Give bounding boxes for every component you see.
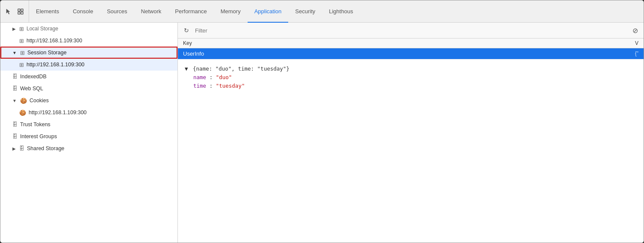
clear-filter-button[interactable]: ⊘ <box>630 25 640 36</box>
toolbar-icons <box>0 0 29 22</box>
tab-performance[interactable]: Performance <box>168 1 213 23</box>
indexeddb-label: IndexedDB <box>20 74 47 80</box>
inspect-icon[interactable] <box>16 7 25 16</box>
tab-elements[interactable]: Elements <box>29 1 66 23</box>
db-icon-shared: 🗄 <box>19 145 24 151</box>
grid-icon-session: ⊞ <box>20 50 25 56</box>
svg-rect-2 <box>18 12 20 14</box>
trust-tokens-label: Trust Tokens <box>20 122 50 127</box>
sidebar-item-session-storage-url[interactable]: ⊞ http://192.168.1.109:300 <box>0 59 177 71</box>
tab-sources[interactable]: Sources <box>100 1 134 23</box>
value-preview: ▼ {name: "duo", time: "tuesday"} name : … <box>178 59 644 243</box>
sidebar-item-shared-storage[interactable]: ▶ 🗄 Shared Storage <box>0 142 177 154</box>
value-time-line: time : "tuesday" <box>193 82 637 90</box>
websql-label: Web SQL <box>20 86 43 92</box>
session-storage-label: Session Storage <box>27 50 67 56</box>
sidebar: ▶ ⊞ Local Storage ⊞ http://192.168.1.109… <box>0 23 178 243</box>
right-panel: ↻ ⊘ Key V UserInfo {" ▼ {name: "duo", ti… <box>178 23 644 243</box>
sidebar-item-trust-tokens[interactable]: 🗄 Trust Tokens <box>0 119 177 130</box>
expand-arrow-icon: ▼ <box>12 50 17 55</box>
tab-lighthouse[interactable]: Lighthous <box>322 1 360 23</box>
tab-security[interactable]: Security <box>288 1 322 23</box>
grid-icon: ⊞ <box>19 26 24 32</box>
collapse-arrow-icon: ▶ <box>12 27 16 31</box>
refresh-button[interactable]: ↻ <box>181 25 192 36</box>
grid-icon-2: ⊞ <box>19 38 24 44</box>
shared-storage-label: Shared Storage <box>27 145 65 151</box>
db-icon: 🗄 <box>12 74 18 80</box>
session-storage-url: http://192.168.1.109:300 <box>27 62 85 68</box>
local-storage-label: Local Storage <box>27 26 58 32</box>
value-val-name: "duo" <box>216 74 232 80</box>
value-key-name: name <box>193 74 206 80</box>
cookies-url: http://192.168.1.109:300 <box>29 110 87 116</box>
table-row[interactable]: UserInfo {" <box>178 48 644 59</box>
sidebar-item-websql[interactable]: 🗄 Web SQL <box>0 83 177 95</box>
db-icon-websql: 🗄 <box>12 86 18 92</box>
grid-icon-session-url: ⊞ <box>19 62 24 68</box>
svg-rect-1 <box>21 9 23 11</box>
value-name-line: name : "duo" <box>193 73 637 82</box>
toolbar: Elements Console Sources Network Perform… <box>0 0 644 23</box>
tab-application[interactable]: Application <box>248 1 289 23</box>
value-colon-1: : <box>210 74 216 80</box>
interest-groups-label: Interest Groups <box>20 133 57 139</box>
sidebar-item-indexeddb[interactable]: 🗄 IndexedDB <box>0 71 177 83</box>
cookies-arrow-icon: ▼ <box>12 98 17 103</box>
col-val-header: V <box>626 40 638 46</box>
col-key-header: Key <box>183 40 626 46</box>
expand-triangle-icon: ▼ <box>185 65 188 72</box>
row-key: UserInfo <box>183 50 626 57</box>
table-header: Key V <box>178 39 644 48</box>
sidebar-item-local-storage-url[interactable]: ⊞ http://192.168.1.109:300 <box>0 35 177 47</box>
tab-console[interactable]: Console <box>66 1 100 23</box>
shared-storage-arrow-icon: ▶ <box>12 146 16 151</box>
sidebar-item-cookies-url[interactable]: 🍪 http://192.168.1.109:300 <box>0 107 177 119</box>
value-key-time: time <box>193 83 206 89</box>
toolbar-tabs: Elements Console Sources Network Perform… <box>29 0 644 22</box>
main-content: ▶ ⊞ Local Storage ⊞ http://192.168.1.109… <box>0 23 644 243</box>
cookie-icon-url: 🍪 <box>19 110 26 116</box>
sidebar-item-interest-groups[interactable]: 🗄 Interest Groups <box>0 130 177 142</box>
value-colon-2: : <box>210 83 216 89</box>
filter-input[interactable] <box>195 27 626 34</box>
tab-memory[interactable]: Memory <box>214 1 248 23</box>
devtools-window: Elements Console Sources Network Perform… <box>0 0 644 243</box>
value-summary: {name: "duo", time: "tuesday"} <box>193 65 290 72</box>
cursor-icon[interactable] <box>4 7 13 16</box>
svg-rect-0 <box>18 9 20 11</box>
tab-network[interactable]: Network <box>134 1 168 23</box>
cookie-icon: 🍪 <box>20 98 27 104</box>
sidebar-item-local-storage[interactable]: ▶ ⊞ Local Storage <box>0 23 177 35</box>
db-icon-trust: 🗄 <box>12 122 18 127</box>
value-val-time: "tuesday" <box>216 83 245 89</box>
svg-rect-3 <box>21 12 23 14</box>
filter-bar: ↻ ⊘ <box>178 23 644 39</box>
db-icon-interest: 🗄 <box>12 133 18 139</box>
sidebar-item-session-storage[interactable]: ▼ ⊞ Session Storage <box>0 47 177 59</box>
value-summary-line: ▼ {name: "duo", time: "tuesday"} <box>185 65 637 73</box>
row-val: {" <box>626 50 638 57</box>
cookies-label: Cookies <box>30 98 49 104</box>
local-storage-url: http://192.168.1.109:300 <box>27 38 82 44</box>
sidebar-item-cookies[interactable]: ▼ 🍪 Cookies <box>0 95 177 107</box>
